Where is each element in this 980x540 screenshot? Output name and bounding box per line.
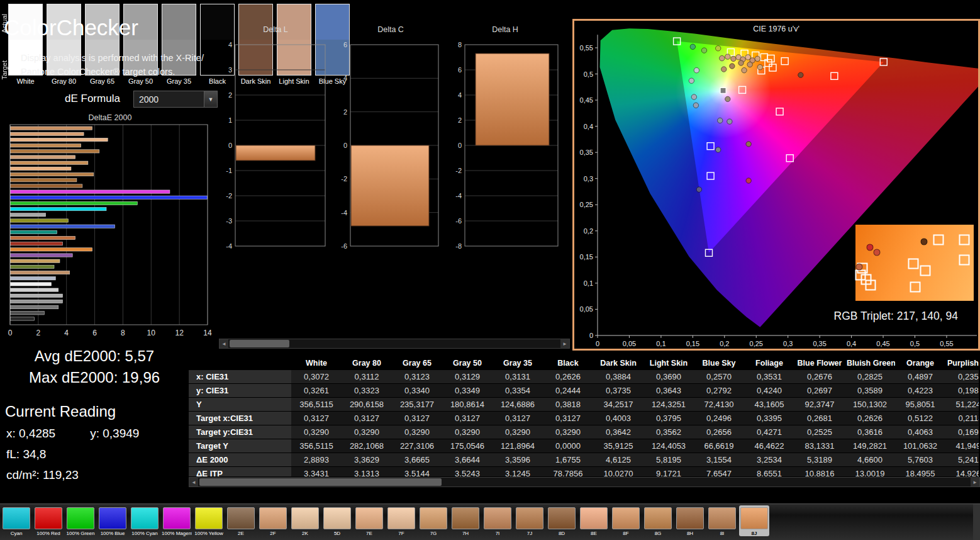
deltae-bar (11, 283, 52, 286)
scroll-right-icon[interactable]: ► (971, 478, 979, 487)
measured-marker (716, 46, 721, 51)
deltae-svg: 02468101214 (6, 123, 214, 340)
patch-tile-100-green[interactable]: 100% Green (65, 505, 96, 536)
table-cell: 0,3127 (493, 412, 543, 425)
delta-c-chart: Delta C -6-4-20246 (335, 25, 446, 239)
patch-tile-label: 5D (322, 531, 352, 536)
deltae-bar (11, 254, 73, 257)
svg-text:4: 4 (228, 41, 232, 48)
table-cell: 14,9260 (945, 467, 979, 477)
deltae-bar (11, 138, 108, 141)
row-label: Y (189, 398, 291, 412)
patch-tile-8e[interactable]: 8E (579, 505, 609, 536)
patch-tile-100-red[interactable]: 100% Red (33, 505, 64, 536)
chevron-down-icon[interactable]: ▼ (204, 91, 217, 107)
target-marker (866, 279, 876, 290)
patch-tile-2f[interactable]: 2F (258, 505, 288, 536)
patch-tile-8j[interactable]: 8J (739, 505, 769, 536)
target-marker (781, 58, 788, 65)
svg-text:-1: -1 (226, 167, 232, 174)
current-y-value: y: 0,3949 (90, 427, 139, 441)
svg-text:-3: -3 (226, 217, 232, 225)
patch-tile-label: 2E (226, 531, 256, 536)
target-marker (776, 108, 783, 115)
table-cell: 72,4130 (694, 398, 744, 412)
de-formula-dropdown[interactable]: 2000 ▼ (133, 91, 218, 108)
svg-text:2: 2 (36, 329, 41, 337)
table-cell: 282,1068 (342, 439, 392, 453)
target-marker (831, 72, 838, 79)
table-scrollbar[interactable]: ◄ ► (189, 477, 980, 487)
deltae-bar (11, 150, 99, 153)
patch-tile-7i[interactable]: 7I (482, 505, 513, 536)
svg-text:12: 12 (175, 329, 184, 337)
measured-marker (730, 64, 735, 69)
deltae-bar (11, 184, 82, 188)
patch-tile-100-yellow[interactable]: 100% Yellow (194, 505, 224, 536)
rgb-triplet-label: RGB Triplet: 217, 140, 94 (757, 310, 958, 323)
patch-tile-7g[interactable]: 7G (418, 505, 448, 536)
scrollbar-track[interactable] (228, 339, 560, 348)
delta-c-plot: -6-4-20246 (335, 35, 446, 252)
deltae-bar-chart: DeltaE 2000 02468101214 (6, 113, 214, 341)
patch-tile-5d[interactable]: 5D (322, 505, 352, 536)
description-line: Display analysis is performed with the X… (21, 52, 204, 65)
table-cell: 4,6125 (593, 453, 643, 467)
scroll-right-icon[interactable]: ► (560, 339, 569, 348)
measured-marker (727, 119, 732, 124)
svg-text:14: 14 (203, 329, 212, 337)
patch-tile-2e[interactable]: 2E (226, 505, 256, 536)
patch-tile-cyan[interactable]: Cyan (1, 505, 31, 536)
table-cell: 2,8893 (291, 453, 342, 467)
svg-text:8: 8 (458, 41, 462, 48)
patch-tile-100-blue[interactable]: 100% Blue (97, 505, 128, 536)
patch-tile-2k[interactable]: 2K (290, 505, 320, 536)
table-cell: 0,3395 (744, 412, 794, 425)
patch-tile-7h[interactable]: 7H (450, 505, 481, 536)
svg-text:8: 8 (121, 329, 125, 337)
delta-h-title: Delta H (450, 25, 560, 35)
table-cell: 0,3127 (291, 412, 342, 425)
swatch-scrollbar[interactable]: ◄ ► (219, 339, 570, 349)
patch-tile-label: 8E (579, 531, 609, 536)
patch-tile-7e[interactable]: 7E (354, 505, 384, 536)
patch-swatch (259, 507, 287, 529)
column-header: Black (543, 356, 593, 370)
svg-text:2: 2 (228, 91, 232, 99)
table-cell: 43,1605 (744, 398, 794, 412)
table-cell: 9,1721 (643, 467, 694, 477)
scroll-left-icon[interactable]: ◄ (220, 339, 228, 348)
patch-tile-7f[interactable]: 7F (386, 505, 416, 536)
patch-tile-8f[interactable]: 8F (611, 505, 641, 536)
patch-tile-8g[interactable]: 8G (643, 505, 673, 536)
patch-tile-7j[interactable]: 7J (515, 505, 545, 536)
table-cell: 0,3290 (543, 425, 593, 439)
target-marker (908, 258, 919, 269)
patch-tile-100-cyan[interactable]: 100% Cyan (130, 505, 160, 536)
column-header: Gray 65 (392, 356, 442, 370)
table-cell: 0,2825 (845, 370, 895, 384)
target-marker (910, 282, 920, 293)
table-cell: 356,5115 (291, 398, 342, 412)
scrollbar-thumb[interactable] (230, 340, 289, 347)
patch-tile-8h[interactable]: 8H (675, 505, 705, 536)
patch-tile-8i[interactable]: 8I (707, 505, 737, 536)
table-cell: 13,0019 (845, 467, 895, 477)
scrollbar-thumb[interactable] (199, 478, 442, 486)
svg-text:6: 6 (92, 329, 97, 337)
table-cell: 0,3818 (543, 398, 593, 412)
scroll-left-icon[interactable]: ◄ (189, 478, 198, 487)
column-header: Purplish Blue (945, 356, 979, 370)
deltae-bar (11, 225, 115, 228)
column-header: Gray 50 (442, 356, 493, 370)
table-cell: 149,2821 (845, 439, 895, 453)
measured-marker (720, 55, 725, 60)
patch-tile-100-magenta[interactable]: 100% Magenta (162, 505, 192, 536)
table-cell: 290,6158 (342, 398, 392, 412)
description-line: Pantone ColorChecker® target colors. (21, 65, 204, 79)
table-cell: 101,0632 (895, 439, 945, 453)
table-cell: 0,2681 (794, 412, 845, 425)
table-cell: 0,3123 (392, 370, 442, 384)
scrollbar-track[interactable] (198, 478, 971, 487)
patch-tile-8d[interactable]: 8D (547, 505, 577, 536)
